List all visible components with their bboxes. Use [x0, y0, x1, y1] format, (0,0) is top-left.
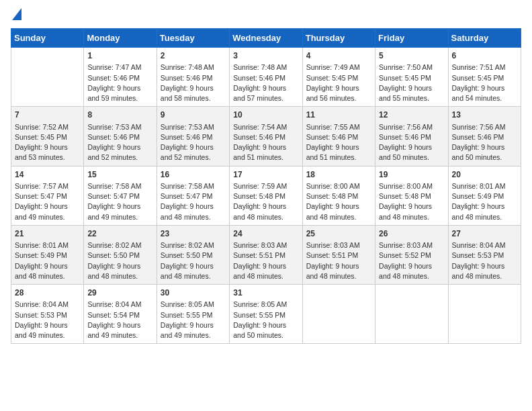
calendar-week-row: 21Sunrise: 8:01 AMSunset: 5:49 PMDayligh… [11, 225, 521, 284]
calendar-cell: 1Sunrise: 7:47 AMSunset: 5:46 PMDaylight… [84, 48, 157, 107]
calendar-week-row: 14Sunrise: 7:57 AMSunset: 5:47 PMDayligh… [11, 166, 521, 225]
sunset-text: Sunset: 5:49 PM [452, 192, 504, 200]
daylight-text: Daylight: 9 hours [306, 262, 359, 270]
daylight-text-cont: and 52 minutes. [87, 153, 138, 161]
daylight-text: Daylight: 9 hours [306, 202, 359, 210]
calendar-cell: 11Sunrise: 7:55 AMSunset: 5:46 PMDayligh… [302, 107, 375, 166]
daylight-text: Daylight: 9 hours [306, 143, 359, 151]
day-number: 26 [379, 228, 444, 240]
calendar-cell: 10Sunrise: 7:54 AMSunset: 5:46 PMDayligh… [230, 107, 302, 166]
daylight-text-cont: and 49 minutes. [87, 331, 138, 339]
daylight-text: Daylight: 9 hours [15, 143, 68, 151]
calendar-cell: 30Sunrise: 8:05 AMSunset: 5:55 PMDayligh… [157, 285, 229, 344]
day-of-week-header: Wednesday [230, 29, 302, 48]
sunrise-text: Sunrise: 7:49 AM [306, 63, 360, 71]
daylight-text-cont: and 48 minutes. [306, 272, 357, 280]
calendar-header-row: SundayMondayTuesdayWednesdayThursdayFrid… [11, 29, 521, 48]
calendar-cell: 5Sunrise: 7:50 AMSunset: 5:45 PMDaylight… [375, 48, 448, 107]
sunrise-text: Sunrise: 7:59 AM [233, 182, 287, 190]
day-number: 15 [87, 169, 152, 181]
sunrise-text: Sunrise: 7:47 AM [87, 63, 141, 71]
logo [11, 11, 21, 20]
sunset-text: Sunset: 5:47 PM [161, 192, 213, 200]
day-number: 23 [161, 228, 226, 240]
calendar-cell: 8Sunrise: 7:53 AMSunset: 5:46 PMDaylight… [84, 107, 157, 166]
day-number: 25 [306, 228, 371, 240]
sunrise-text: Sunrise: 7:58 AM [87, 182, 141, 190]
sunset-text: Sunset: 5:46 PM [87, 74, 140, 82]
daylight-text-cont: and 49 minutes. [15, 213, 65, 221]
day-of-week-header: Sunday [11, 29, 84, 48]
calendar-cell: 28Sunrise: 8:04 AMSunset: 5:53 PMDayligh… [11, 285, 84, 344]
daylight-text: Daylight: 9 hours [87, 321, 140, 329]
day-number: 29 [87, 287, 152, 299]
day-of-week-header: Saturday [448, 29, 521, 48]
sunset-text: Sunset: 5:55 PM [233, 311, 285, 319]
day-number: 14 [15, 169, 80, 181]
page-header [11, 11, 521, 20]
daylight-text: Daylight: 9 hours [87, 84, 140, 92]
day-number: 2 [161, 50, 226, 62]
sunset-text: Sunset: 5:52 PM [379, 251, 431, 259]
daylight-text-cont: and 49 minutes. [161, 331, 211, 339]
day-of-week-header: Tuesday [157, 29, 229, 48]
daylight-text: Daylight: 9 hours [379, 202, 432, 210]
calendar-cell: 2Sunrise: 7:48 AMSunset: 5:46 PMDaylight… [157, 48, 229, 107]
calendar-week-row: 1Sunrise: 7:47 AMSunset: 5:46 PMDaylight… [11, 48, 521, 107]
sunset-text: Sunset: 5:45 PM [306, 74, 359, 82]
day-number: 12 [379, 109, 444, 121]
daylight-text: Daylight: 9 hours [452, 84, 505, 92]
sunset-text: Sunset: 5:47 PM [15, 192, 67, 200]
day-of-week-header: Monday [84, 29, 157, 48]
day-number: 19 [379, 169, 444, 181]
calendar-cell: 24Sunrise: 8:03 AMSunset: 5:51 PMDayligh… [230, 225, 302, 284]
calendar-cell: 29Sunrise: 8:04 AMSunset: 5:54 PMDayligh… [84, 285, 157, 344]
day-number: 24 [233, 228, 298, 240]
day-number: 27 [452, 228, 517, 240]
daylight-text: Daylight: 9 hours [15, 321, 68, 329]
day-number: 31 [233, 287, 298, 299]
sunrise-text: Sunrise: 8:03 AM [233, 241, 287, 249]
daylight-text: Daylight: 9 hours [379, 84, 432, 92]
calendar-week-row: 7Sunrise: 7:52 AMSunset: 5:45 PMDaylight… [11, 107, 521, 166]
calendar-cell: 14Sunrise: 7:57 AMSunset: 5:47 PMDayligh… [11, 166, 84, 225]
calendar-cell: 7Sunrise: 7:52 AMSunset: 5:45 PMDaylight… [11, 107, 84, 166]
daylight-text: Daylight: 9 hours [161, 321, 214, 329]
daylight-text-cont: and 59 minutes. [87, 94, 138, 102]
daylight-text-cont: and 48 minutes. [161, 272, 211, 280]
day-number: 28 [15, 287, 80, 299]
daylight-text: Daylight: 9 hours [161, 262, 214, 270]
daylight-text-cont: and 48 minutes. [452, 213, 502, 221]
sunrise-text: Sunrise: 8:03 AM [306, 241, 360, 249]
daylight-text-cont: and 48 minutes. [233, 272, 283, 280]
daylight-text-cont: and 48 minutes. [15, 272, 65, 280]
daylight-text: Daylight: 9 hours [15, 262, 68, 270]
sunrise-text: Sunrise: 7:54 AM [233, 123, 287, 131]
calendar-cell: 18Sunrise: 8:00 AMSunset: 5:48 PMDayligh… [302, 166, 375, 225]
calendar-cell: 12Sunrise: 7:56 AMSunset: 5:46 PMDayligh… [375, 107, 448, 166]
calendar-cell: 15Sunrise: 7:58 AMSunset: 5:47 PMDayligh… [84, 166, 157, 225]
calendar-cell: 17Sunrise: 7:59 AMSunset: 5:48 PMDayligh… [230, 166, 302, 225]
sunrise-text: Sunrise: 7:58 AM [161, 182, 214, 190]
sunset-text: Sunset: 5:47 PM [87, 192, 140, 200]
sunset-text: Sunset: 5:46 PM [161, 133, 213, 141]
calendar-table: SundayMondayTuesdayWednesdayThursdayFrid… [11, 28, 521, 344]
day-of-week-header: Thursday [302, 29, 375, 48]
daylight-text: Daylight: 9 hours [233, 321, 286, 329]
calendar-cell [448, 285, 521, 344]
daylight-text-cont: and 53 minutes. [15, 153, 65, 161]
daylight-text: Daylight: 9 hours [233, 84, 286, 92]
sunrise-text: Sunrise: 8:04 AM [87, 300, 141, 308]
sunset-text: Sunset: 5:53 PM [452, 251, 504, 259]
sunrise-text: Sunrise: 8:05 AM [233, 300, 287, 308]
day-of-week-header: Friday [375, 29, 448, 48]
day-number: 7 [15, 109, 80, 121]
sunset-text: Sunset: 5:46 PM [379, 133, 431, 141]
sunset-text: Sunset: 5:49 PM [15, 251, 67, 259]
sunset-text: Sunset: 5:50 PM [161, 251, 213, 259]
sunrise-text: Sunrise: 7:53 AM [87, 123, 141, 131]
calendar-week-row: 28Sunrise: 8:04 AMSunset: 5:53 PMDayligh… [11, 285, 521, 344]
day-number: 4 [306, 50, 371, 62]
sunset-text: Sunset: 5:45 PM [379, 74, 431, 82]
sunset-text: Sunset: 5:48 PM [233, 192, 285, 200]
